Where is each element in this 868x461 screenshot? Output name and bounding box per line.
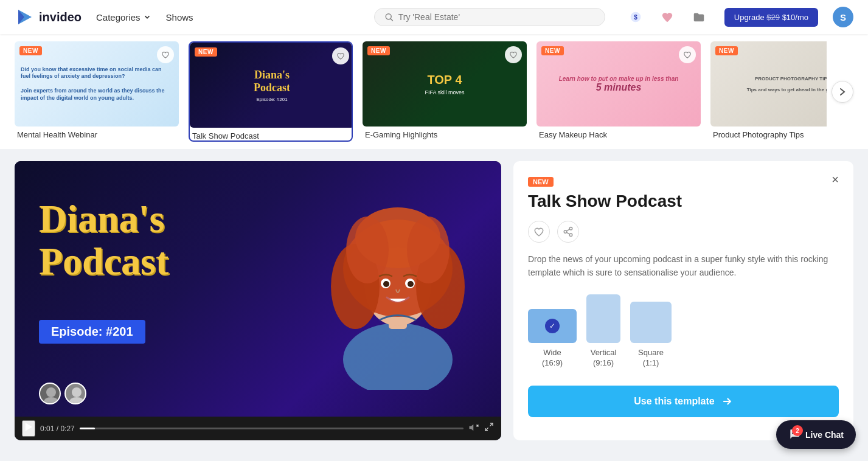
svg-line-32 [566,232,569,234]
folder-icon-btn[interactable] [688,6,710,28]
control-icons [468,422,494,435]
fav-btn-makeup[interactable] [679,46,696,63]
template-detail-panel: × NEW Talk Show Podcast Drop the news of… [513,161,853,440]
new-badge-gaming: NEW [367,46,390,55]
fullscreen-icon [484,422,494,432]
search-icon [384,12,394,22]
svg-line-3 [391,19,392,21]
close-button[interactable]: × [827,171,844,188]
svg-point-30 [564,230,567,234]
svg-point-22 [69,397,84,404]
heart-outline-icon4 [683,50,692,59]
template-thumb-podcast: Diana'sPodcast Episode: #201 NEW [190,43,353,128]
heart-action-icon [533,226,544,237]
nav-shows[interactable]: Shows [166,12,193,23]
time-display: 0:01 / 0:27 [40,425,75,433]
aspect-vertical[interactable]: Vertical(9:16) [586,294,620,369]
play-button[interactable] [22,420,35,437]
template-card-podcast[interactable]: Diana'sPodcast Episode: #201 NEW Talk Sh… [189,41,353,142]
live-chat-button[interactable]: 2 Live Chat [776,420,856,449]
aspect-vertical-label: Vertical(9:16) [591,348,617,369]
template-card-makeup[interactable]: Learn how to put on make up in less than… [536,41,701,142]
aspect-square-box [630,302,672,343]
logo-text: invideo [39,10,82,24]
video-controls: 0:01 / 0:27 [15,417,501,440]
progress-bar[interactable] [80,428,464,429]
dollar-icon-btn[interactable]: $ [625,6,647,28]
template-card-mental-health[interactable]: Did you know that excessive time on soci… [15,41,179,142]
svg-marker-23 [26,423,32,431]
like-button[interactable] [528,221,550,243]
fav-btn-podcast[interactable] [332,47,349,64]
host-avatar-2 [64,383,86,404]
svg-point-19 [46,387,56,397]
new-badge-mental: NEW [19,46,42,55]
svg-point-17 [383,281,389,287]
fav-btn-mental[interactable] [157,46,174,63]
video-title: Diana's Podcast [39,198,168,283]
progress-fill [80,428,95,429]
heart-outline-icon [161,50,170,59]
template-card-product[interactable]: PRODUCT PHOTOGRAPHY TIPSTips and ways to… [710,41,827,142]
svg-marker-24 [470,424,474,431]
strip-next-arrow[interactable] [832,81,853,103]
svg-line-27 [490,423,493,426]
folder-icon [692,10,706,24]
aspect-wide-check: ✓ [545,319,560,333]
template-strip: Did you know that excessive time on soci… [0,34,868,149]
host-avatar-1 [39,383,61,404]
template-thumb-makeup: Learn how to put on make up in less than… [536,41,701,127]
template-thumb-gaming: TOP 4 FIFA skill moves NEW [363,41,527,127]
panel-title: Talk Show Podcast [528,192,839,211]
video-frame: Diana's Podcast Episode: #201 [15,161,501,417]
upgrade-button[interactable]: Upgrade $29 $10/mo [724,8,818,27]
fav-btn-gaming[interactable] [505,46,522,63]
svg-point-29 [569,227,572,230]
svg-line-28 [485,428,488,431]
template-label-product: Product Photography Tips [710,130,827,139]
fullscreen-button[interactable] [484,422,494,435]
svg-line-33 [566,229,569,231]
search-input[interactable] [398,12,595,22]
dollar-icon: $ [630,11,642,23]
heart-icon-btn[interactable] [656,6,678,28]
nav-categories[interactable]: Categories [96,12,151,23]
template-thumb-product: PRODUCT PHOTOGRAPHY TIPSTips and ways to… [710,41,827,127]
aspect-wide-box: ✓ [528,309,577,343]
aspect-wide-label: Wide(16:9) [542,348,563,369]
aspect-square-label: Square(1:1) [638,348,664,369]
logo-icon [15,7,34,27]
user-avatar[interactable]: S [833,7,853,27]
svg-point-13 [346,217,389,283]
mute-button[interactable] [468,422,479,435]
panel-new-badge: NEW [528,177,554,187]
template-label-podcast: Talk Show Podcast [190,131,352,140]
video-player: Diana's Podcast Episode: #201 [15,161,501,440]
heart-outline-icon2 [336,52,345,60]
template-card-gaming[interactable]: TOP 4 FIFA skill moves NEW E-Gaming High… [363,41,527,142]
svg-point-21 [72,387,82,397]
new-badge-podcast: NEW [195,47,217,57]
aspect-wide[interactable]: ✓ Wide(16:9) [528,309,577,369]
svg-point-6 [343,323,453,390]
new-badge-makeup: NEW [541,46,564,55]
share-button[interactable] [557,221,579,243]
use-template-button[interactable]: Use this template [528,386,839,417]
svg-point-31 [569,234,572,237]
aspect-selectors: ✓ Wide(16:9) Vertical(9:16) Square(1:1) [528,294,839,369]
nav-icons: $ [625,6,710,28]
svg-point-20 [44,397,58,404]
template-label-makeup: Easy Makeup Hack [536,130,701,139]
panel-description: Drop the news of your upcoming podcast i… [528,252,839,280]
chevron-down-icon [143,13,151,21]
svg-text:$: $ [634,14,637,21]
main-content: Diana's Podcast Episode: #201 [0,149,868,452]
heart-outline-icon3 [509,50,518,59]
logo[interactable]: invideo [15,7,82,27]
person-svg [307,165,489,390]
arrow-right-icon [721,395,733,407]
aspect-square[interactable]: Square(1:1) [630,302,672,369]
search-bar[interactable] [374,8,605,26]
template-label-mental: Mental Health Webinar [15,130,179,139]
heart-icon [661,10,674,24]
